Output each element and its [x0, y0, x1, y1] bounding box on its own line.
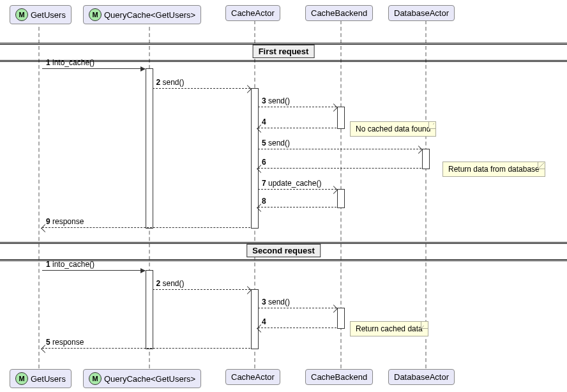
message-seq: 4	[262, 117, 266, 126]
message-text: send()	[160, 279, 184, 288]
message-label: 2 send()	[156, 279, 185, 288]
message-seq: 4	[262, 317, 266, 326]
message-label: 6	[262, 158, 266, 167]
activation-bar	[337, 308, 345, 329]
message-arrow	[42, 227, 250, 228]
message-label: 2 send()	[156, 78, 185, 87]
message-arrow	[258, 189, 336, 190]
message-seq: 3	[262, 96, 266, 105]
message-seq: 5	[46, 338, 50, 347]
message-label: 7 update_cache()	[262, 179, 321, 188]
message-text: update_cache()	[266, 179, 322, 188]
message-text: response	[50, 338, 84, 347]
note: No cached data found	[350, 121, 436, 137]
message-text: send()	[266, 298, 290, 306]
message-seq: 1	[46, 260, 50, 269]
message-arrow	[258, 128, 336, 128]
activation-bar	[146, 270, 153, 349]
activation-bar	[337, 189, 345, 208]
message-text: send()	[160, 78, 184, 87]
participant-cacheactor: CacheActor	[225, 5, 280, 21]
message-label: 4	[262, 117, 266, 126]
message-seq: 1	[46, 58, 50, 67]
message-label: 8	[262, 197, 266, 206]
message-type-icon: M	[89, 8, 102, 21]
message-seq: 9	[46, 217, 50, 226]
message-type-icon: M	[89, 372, 102, 385]
message-seq: 6	[262, 158, 266, 167]
participant-label: CacheActor	[231, 8, 275, 18]
activation-bar	[337, 107, 345, 129]
message-text: into_cache()	[50, 58, 94, 67]
participant-label: QueryCache<GetUsers>	[104, 374, 195, 384]
participant-label: CacheBackend	[311, 8, 367, 18]
participant-label: GetUsers	[31, 374, 66, 384]
section-label: Second request	[246, 244, 321, 257]
message-type-icon: M	[15, 8, 28, 21]
participant-label: DatabaseActor	[394, 372, 449, 382]
message-arrow	[258, 107, 336, 107]
message-text: into_cache()	[50, 260, 94, 269]
message-arrow	[153, 88, 251, 89]
message-type-icon: M	[15, 372, 28, 385]
lifeline-databaseactor	[425, 20, 427, 368]
message-label: 1 into_cache()	[46, 58, 94, 67]
message-label: 1 into_cache()	[46, 260, 94, 269]
participant-getusers: MGetUsers	[10, 369, 72, 388]
participant-label: CacheActor	[231, 372, 275, 382]
participant-label: CacheBackend	[311, 372, 367, 382]
message-arrow	[153, 289, 251, 290]
message-arrow	[42, 68, 145, 69]
message-label: 3 send()	[262, 96, 290, 105]
message-label: 5 response	[46, 338, 84, 347]
lifeline-getusers	[38, 20, 40, 368]
participant-getusers: MGetUsers	[10, 5, 72, 24]
participant-databaseactor: DatabaseActor	[388, 5, 455, 21]
message-label: 4	[262, 317, 266, 326]
activation-bar	[251, 289, 259, 349]
message-label: 9 response	[46, 217, 84, 226]
participant-querycache: MQueryCache<GetUsers>	[83, 369, 201, 388]
message-arrow	[258, 207, 336, 207]
participant-querycache: MQueryCache<GetUsers>	[83, 5, 201, 24]
message-seq: 7	[262, 179, 266, 188]
participant-cachebackend: CacheBackend	[305, 5, 373, 21]
message-label: 5 send()	[262, 139, 290, 147]
message-arrow	[42, 270, 145, 271]
message-seq: 3	[262, 298, 266, 306]
message-seq: 8	[262, 197, 266, 206]
message-arrow	[258, 328, 336, 328]
message-text: send()	[266, 96, 290, 105]
note: Return cached data	[350, 321, 428, 336]
message-text: send()	[266, 139, 290, 147]
participant-label: GetUsers	[31, 10, 66, 20]
activation-bar	[422, 149, 430, 169]
message-seq: 5	[262, 139, 266, 147]
activation-bar	[146, 68, 153, 229]
message-text: response	[50, 217, 84, 226]
sequence-diagram: MGetUsersMQueryCache<GetUsers>CacheActor…	[0, 0, 567, 392]
message-arrow	[258, 149, 421, 149]
section-label: First request	[253, 45, 315, 58]
message-arrow	[258, 168, 421, 169]
participant-label: DatabaseActor	[394, 8, 449, 18]
note: Return data from database	[442, 162, 545, 177]
message-label: 3 send()	[262, 298, 290, 306]
participant-databaseactor: DatabaseActor	[388, 369, 455, 385]
message-arrow	[258, 308, 336, 308]
participant-cacheactor: CacheActor	[225, 369, 280, 385]
participant-cachebackend: CacheBackend	[305, 369, 373, 385]
participant-label: QueryCache<GetUsers>	[104, 10, 195, 20]
message-arrow	[42, 348, 250, 349]
